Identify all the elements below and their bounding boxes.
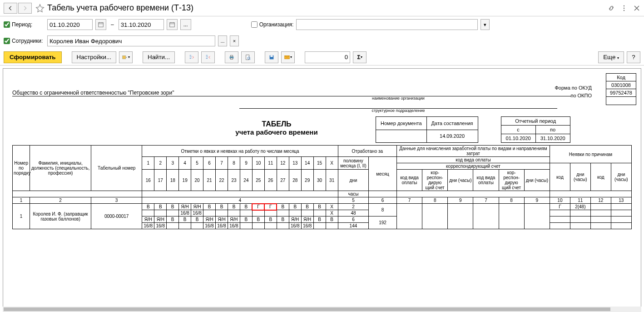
- settings-button[interactable]: Настройки...: [72, 51, 116, 63]
- calendar-to-button[interactable]: [167, 19, 178, 30]
- dept-caption: структурное подразделение: [239, 108, 557, 113]
- period-picker-button[interactable]: ...: [180, 19, 191, 30]
- period-row: Период: – ... Организация: ▾: [0, 16, 644, 33]
- table-row: 1 Королев И. Ф. (заправщик газовых балло…: [13, 204, 632, 210]
- svg-point-0: [624, 5, 624, 6]
- org-label: Организация:: [251, 21, 294, 28]
- email-button[interactable]: ▾: [281, 51, 295, 63]
- svg-rect-3: [99, 23, 104, 27]
- org-checkbox[interactable]: [251, 21, 258, 28]
- link-icon[interactable]: [608, 5, 615, 12]
- period-checkbox[interactable]: [4, 21, 10, 28]
- employees-label: Сотрудники:: [4, 38, 45, 44]
- org-name: Общество с ограниченной ответственностью…: [12, 90, 632, 96]
- page-title: Табель учета рабочего времени (Т-13): [47, 3, 608, 13]
- help-button[interactable]: ?: [627, 51, 640, 63]
- period-meta-table: Отчетный период спо 01.10.202031.10.2020: [501, 116, 570, 143]
- org-caption: наименование организации: [239, 96, 557, 101]
- org-input[interactable]: [296, 19, 478, 30]
- titlebar: Табель учета рабочего времени (Т-13): [0, 0, 644, 16]
- period-label: Период:: [4, 21, 45, 28]
- calendar-from-button[interactable]: [95, 19, 106, 30]
- form-labels: Форма по ОКУД по ОКПО: [555, 84, 592, 99]
- employees-checkbox[interactable]: [4, 38, 10, 44]
- code-table: Код 0301008 99752478: [606, 73, 636, 105]
- horizontal-scrollbar[interactable]: [3, 307, 641, 312]
- sum-button[interactable]: Σ▾: [353, 51, 367, 63]
- employees-row: Сотрудники: ... ×: [0, 33, 644, 49]
- employees-input[interactable]: [47, 35, 215, 46]
- expand-button[interactable]: [185, 51, 198, 63]
- find-button[interactable]: Найти...: [143, 51, 175, 63]
- svg-point-1: [624, 7, 624, 8]
- back-button[interactable]: [4, 3, 17, 14]
- sum-input[interactable]: [305, 51, 350, 63]
- preview-button[interactable]: [241, 51, 255, 63]
- generate-button[interactable]: Сформировать: [4, 51, 62, 63]
- report-area[interactable]: Код 0301008 99752478 Форма по ОКУД по ОК…: [3, 68, 641, 309]
- date-from-input[interactable]: [47, 19, 93, 30]
- settings-dropdown-button[interactable]: ▾: [119, 51, 133, 63]
- toolbar: Сформировать Настройки... ▾ Найти... ▾ Σ…: [0, 49, 644, 65]
- more-icon[interactable]: [620, 5, 628, 12]
- svg-rect-9: [246, 55, 249, 60]
- doc-meta-table: Номер документаДата составления 14.09.20…: [376, 116, 478, 143]
- svg-rect-8: [231, 58, 233, 59]
- svg-rect-5: [123, 55, 126, 59]
- print-button[interactable]: [225, 51, 238, 63]
- timesheet-table: Номер по порядку Фамилия, инициалы, долж…: [12, 145, 632, 229]
- svg-rect-4: [169, 23, 174, 27]
- org-dropdown-button[interactable]: ▾: [481, 19, 490, 30]
- svg-rect-7: [231, 55, 233, 56]
- save-button[interactable]: [265, 51, 278, 63]
- svg-point-2: [624, 10, 624, 10]
- svg-rect-12: [271, 55, 273, 57]
- employees-picker-button[interactable]: ...: [218, 35, 227, 46]
- collapse-button[interactable]: [201, 51, 215, 63]
- favorite-icon[interactable]: [35, 4, 45, 13]
- more-button[interactable]: Еще ▾: [598, 51, 624, 63]
- forward-button[interactable]: [18, 3, 32, 14]
- date-to-input[interactable]: [119, 19, 164, 30]
- close-icon[interactable]: [633, 5, 640, 12]
- employees-clear-button[interactable]: ×: [230, 35, 239, 46]
